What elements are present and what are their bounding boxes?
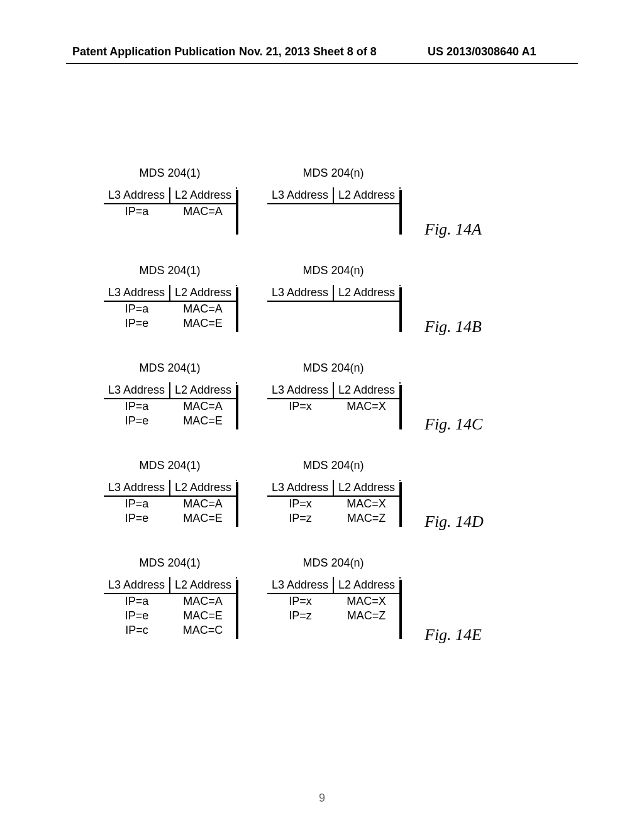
mds-block: MDS 204(n)L3 AddressL2 AddressIP=xMAC=XI…	[267, 459, 399, 529]
col-l3-address: L3 Address	[104, 382, 170, 399]
table-row: IP=aMAC=A	[104, 594, 236, 609]
cell-l2: MAC=A	[170, 594, 236, 609]
mds-table: L3 AddressL2 AddressIP=aMAC=AIP=eMAC=E	[104, 382, 236, 428]
cell-l2	[333, 204, 399, 219]
cell-l3: IP=a	[104, 496, 170, 511]
cell-l3: IP=e	[104, 511, 170, 526]
col-l3-address: L3 Address	[267, 187, 333, 204]
cell-l2	[333, 301, 399, 316]
table-row: IP=eMAC=E	[104, 609, 236, 623]
table-row: IP=eMAC=E	[104, 414, 236, 428]
cell-l3: IP=c	[104, 623, 170, 638]
cell-l2: MAC=A	[170, 301, 236, 316]
mds-table: L3 AddressL2 AddressIP=xMAC=XIP=zMAC=Z	[267, 577, 399, 638]
mds-table: L3 AddressL2 AddressIP=xMAC=X	[267, 382, 399, 428]
figure-label: Fig. 14E	[425, 626, 482, 645]
mds-block: MDS 204(1)L3 AddressL2 AddressIP=aMAC=AI…	[104, 556, 236, 641]
table-row	[267, 316, 399, 331]
figure-row: MDS 204(1)L3 AddressL2 AddressIP=aMAC=AI…	[104, 556, 582, 667]
cell-l3: IP=a	[104, 399, 170, 414]
cell-l3: IP=x	[267, 399, 333, 414]
col-l2-address: L2 Address	[333, 382, 399, 399]
col-l2-address: L2 Address	[170, 382, 236, 399]
figure-label: Fig. 14D	[425, 512, 484, 531]
header-right: US 2013/0308640 A1	[428, 45, 536, 58]
cell-l2: MAC=E	[170, 414, 236, 428]
col-l2-address: L2 Address	[170, 187, 236, 204]
cell-l2	[170, 219, 236, 233]
figure-row: MDS 204(1)L3 AddressL2 AddressIP=aMAC=AI…	[104, 264, 582, 362]
table-row: IP=eMAC=E	[104, 316, 236, 331]
cell-l3: IP=z	[267, 511, 333, 526]
page-number: 9	[0, 792, 644, 805]
col-l3-address: L3 Address	[267, 382, 333, 399]
mds-title: MDS 204(n)	[267, 167, 399, 180]
cell-l2: MAC=E	[170, 511, 236, 526]
cell-l2	[333, 623, 399, 638]
col-l2-address: L2 Address	[333, 480, 399, 496]
mds-table: L3 AddressL2 Address	[267, 285, 399, 331]
table-row	[267, 301, 399, 316]
figure-row: MDS 204(1)L3 AddressL2 AddressIP=aMAC=A …	[104, 167, 582, 264]
table-row: IP=aMAC=A	[104, 204, 236, 219]
figure-label: Fig. 14B	[425, 318, 482, 336]
mds-table: L3 AddressL2 AddressIP=aMAC=AIP=eMAC=EIP…	[104, 577, 236, 638]
table-row	[267, 219, 399, 233]
table-row	[267, 623, 399, 638]
cell-l2: MAC=X	[333, 496, 399, 511]
mds-block: MDS 204(1)L3 AddressL2 AddressIP=aMAC=A	[104, 167, 236, 236]
mds-block: MDS 204(1)L3 AddressL2 AddressIP=aMAC=AI…	[104, 264, 236, 334]
cell-l3: IP=a	[104, 204, 170, 219]
mds-block: MDS 204(n)L3 AddressL2 AddressIP=xMAC=XI…	[267, 556, 399, 641]
table-row	[267, 414, 399, 428]
header-center: Nov. 21, 2013 Sheet 8 of 8	[239, 45, 377, 58]
cell-l3	[267, 316, 333, 331]
table-row: IP=aMAC=A	[104, 399, 236, 414]
cell-l2: MAC=C	[170, 623, 236, 638]
col-l2-address: L2 Address	[170, 285, 236, 301]
mds-title: MDS 204(n)	[267, 459, 399, 472]
cell-l2: MAC=Z	[333, 609, 399, 623]
table-row	[104, 219, 236, 233]
table-row: IP=aMAC=A	[104, 301, 236, 316]
cell-l2	[333, 414, 399, 428]
cell-l3	[267, 219, 333, 233]
col-l2-address: L2 Address	[333, 577, 399, 594]
table-row: IP=xMAC=X	[267, 594, 399, 609]
mds-title: MDS 204(1)	[104, 459, 236, 472]
cell-l3: IP=x	[267, 496, 333, 511]
mds-block: MDS 204(n)L3 AddressL2 Address	[267, 167, 399, 236]
cell-l3: IP=x	[267, 594, 333, 609]
figure-label: Fig. 14C	[425, 415, 482, 434]
cell-l3: IP=e	[104, 414, 170, 428]
col-l3-address: L3 Address	[267, 577, 333, 594]
mds-table: L3 AddressL2 AddressIP=aMAC=A	[104, 187, 236, 233]
mds-table: L3 AddressL2 Address	[267, 187, 399, 233]
mds-title: MDS 204(1)	[104, 556, 236, 570]
figure-row: MDS 204(1)L3 AddressL2 AddressIP=aMAC=AI…	[104, 362, 582, 459]
cell-l2: MAC=A	[170, 399, 236, 414]
table-row: IP=zMAC=Z	[267, 609, 399, 623]
col-l3-address: L3 Address	[267, 480, 333, 496]
cell-l2: MAC=E	[170, 609, 236, 623]
cell-l2: MAC=A	[170, 204, 236, 219]
col-l2-address: L2 Address	[170, 577, 236, 594]
table-row: IP=zMAC=Z	[267, 511, 399, 526]
col-l2-address: L2 Address	[333, 187, 399, 204]
mds-table: L3 AddressL2 AddressIP=aMAC=AIP=eMAC=E	[104, 480, 236, 526]
col-l2-address: L2 Address	[170, 480, 236, 496]
cell-l3: IP=e	[104, 609, 170, 623]
cell-l3	[267, 414, 333, 428]
table-row: IP=aMAC=A	[104, 496, 236, 511]
cell-l3	[267, 623, 333, 638]
figures-content: MDS 204(1)L3 AddressL2 AddressIP=aMAC=A …	[104, 167, 578, 667]
cell-l3	[267, 301, 333, 316]
mds-title: MDS 204(1)	[104, 167, 236, 180]
col-l3-address: L3 Address	[104, 285, 170, 301]
cell-l3: IP=a	[104, 301, 170, 316]
cell-l2: MAC=A	[170, 496, 236, 511]
cell-l2: MAC=E	[170, 316, 236, 331]
cell-l3: IP=a	[104, 594, 170, 609]
mds-block: MDS 204(n)L3 AddressL2 AddressIP=xMAC=X	[267, 362, 399, 431]
cell-l3: IP=e	[104, 316, 170, 331]
